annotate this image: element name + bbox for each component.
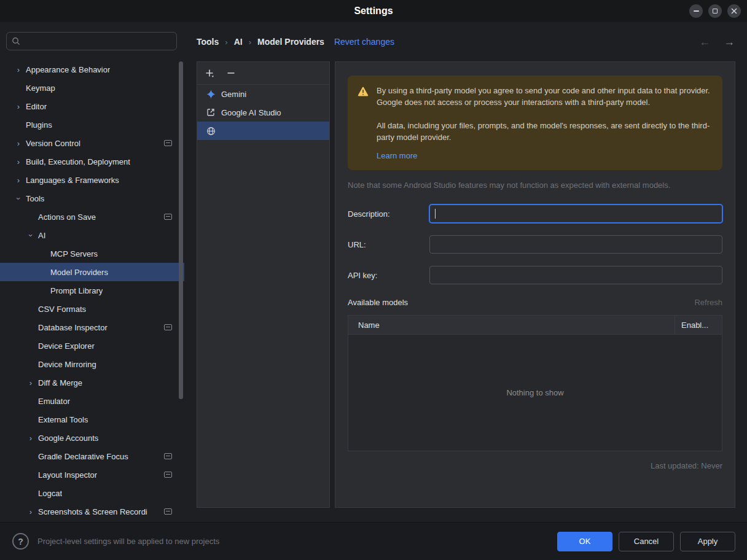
provider-item-label: Gemini: [221, 90, 246, 99]
refresh-button[interactable]: Refresh: [694, 298, 722, 307]
sidebar-item-external-tools[interactable]: External Tools: [0, 410, 184, 429]
chevron-down-icon[interactable]: ›: [14, 191, 23, 206]
sidebar-item-tools[interactable]: ›Tools: [0, 189, 184, 208]
project-level-icon: [164, 472, 172, 478]
sidebar-scrollbar[interactable]: [179, 61, 183, 399]
api-key-label: API key:: [348, 271, 429, 280]
sidebar-item-label: Database Inspector: [38, 323, 108, 332]
breadcrumb-tools[interactable]: Tools: [197, 37, 219, 47]
chevron-right-icon[interactable]: ›: [11, 65, 26, 74]
breadcrumb-model-providers[interactable]: Model Providers: [257, 37, 324, 47]
text-caret: [435, 209, 436, 219]
provider-item-google-ai-studio[interactable]: Google AI Studio: [197, 103, 329, 122]
sidebar-item-device-mirroring[interactable]: Device Mirroring: [0, 355, 184, 373]
revert-changes-link[interactable]: Revert changes: [334, 37, 394, 47]
chevron-down-icon[interactable]: ›: [26, 228, 36, 243]
provider-item-label: Google AI Studio: [221, 108, 281, 117]
warning-paragraph-2: All data, including your files, prompts,…: [377, 120, 713, 143]
gemini-icon: [206, 89, 216, 99]
minimize-button[interactable]: [689, 4, 703, 18]
cancel-button[interactable]: Cancel: [619, 532, 674, 551]
sidebar-item-editor[interactable]: ›Editor: [0, 97, 184, 115]
search-icon: [12, 37, 20, 45]
chevron-right-icon[interactable]: ›: [11, 176, 26, 185]
minus-icon: [227, 69, 235, 77]
sidebar-item-label: Prompt Library: [50, 286, 103, 295]
sidebar-item-gradle-declarative-focus[interactable]: Gradle Declarative Focus: [0, 447, 184, 465]
help-button[interactable]: ?: [12, 533, 29, 550]
sidebar-item-ai[interactable]: ›AI: [0, 226, 184, 244]
ok-button[interactable]: OK: [557, 532, 612, 551]
sidebar-item-label: Gradle Declarative Focus: [38, 452, 128, 461]
breadcrumb-separator-icon: ›: [225, 37, 227, 47]
sidebar-item-actions-on-save[interactable]: Actions on Save: [0, 208, 184, 226]
third-party-warning-banner: By using a third-party model you agree t…: [348, 76, 722, 170]
sidebar-item-label: Screenshots & Screen Recordi: [38, 507, 147, 516]
sidebar-item-label: External Tools: [38, 415, 88, 424]
sidebar-item-screenshots-screen-recordi[interactable]: ›Screenshots & Screen Recordi: [0, 502, 184, 521]
sidebar-item-csv-formats[interactable]: CSV Formats: [0, 300, 184, 318]
sidebar-item-languages-frameworks[interactable]: ›Languages & Frameworks: [0, 171, 184, 189]
sidebar-item-mcp-servers[interactable]: MCP Servers: [0, 244, 184, 263]
sidebar-item-label: Languages & Frameworks: [26, 176, 119, 185]
sidebar-item-label: Editor: [26, 102, 47, 111]
url-input[interactable]: [429, 235, 722, 254]
sidebar-item-google-accounts[interactable]: ›Google Accounts: [0, 429, 184, 447]
sidebar-item-label: Logcat: [38, 489, 62, 498]
close-button[interactable]: [727, 4, 741, 18]
chevron-right-icon[interactable]: ›: [11, 139, 26, 148]
provider-list: GeminiGoogle AI Studio: [197, 85, 329, 140]
chevron-right-icon[interactable]: ›: [23, 378, 38, 387]
titlebar: Settings: [0, 0, 747, 22]
warning-text: By using a third-party model you agree t…: [377, 85, 713, 160]
sidebar-item-model-providers[interactable]: Model Providers: [0, 263, 184, 281]
chevron-right-icon[interactable]: ›: [23, 507, 38, 516]
settings-search-input[interactable]: [6, 32, 177, 50]
sidebar-item-device-explorer[interactable]: Device Explorer: [0, 336, 184, 355]
sidebar-item-prompt-library[interactable]: Prompt Library: [0, 281, 184, 300]
sidebar-item-database-inspector[interactable]: Database Inspector: [0, 318, 184, 336]
sidebar-item-appearance-behavior[interactable]: ›Appearance & Behavior: [0, 60, 184, 79]
sidebar-item-layout-inspector[interactable]: Layout Inspector: [0, 465, 184, 484]
description-input[interactable]: [429, 204, 722, 223]
chevron-right-icon[interactable]: ›: [11, 157, 26, 166]
sidebar-item-keymap[interactable]: Keymap: [0, 79, 184, 97]
back-arrow-icon[interactable]: ←: [699, 36, 710, 49]
apply-button[interactable]: Apply: [680, 532, 735, 551]
description-label: Description:: [348, 209, 429, 219]
plus-icon: [205, 69, 214, 78]
chevron-right-icon[interactable]: ›: [23, 434, 38, 443]
sidebar-item-label: Device Explorer: [38, 341, 95, 351]
sidebar-item-label: MCP Servers: [50, 249, 98, 259]
sidebar-item-build-execution-deployment[interactable]: ›Build, Execution, Deployment: [0, 152, 184, 171]
sidebar-item-diff-merge[interactable]: ›Diff & Merge: [0, 373, 184, 392]
breadcrumb-ai[interactable]: AI: [234, 37, 243, 47]
settings-tree: ›Appearance & BehaviorKeymap›EditorPlugi…: [0, 60, 184, 521]
sidebar-item-emulator[interactable]: Emulator: [0, 392, 184, 410]
sidebar-item-plugins[interactable]: Plugins: [0, 115, 184, 134]
sidebar-item-version-control[interactable]: ›Version Control: [0, 134, 184, 152]
column-header-enabled[interactable]: Enabl...: [675, 316, 722, 334]
provider-item-new[interactable]: [197, 122, 329, 140]
sidebar-item-logcat[interactable]: Logcat: [0, 484, 184, 502]
add-provider-button[interactable]: [205, 69, 214, 78]
project-level-icon: [164, 453, 172, 459]
chevron-right-icon[interactable]: ›: [11, 102, 26, 111]
learn-more-link[interactable]: Learn more: [377, 151, 417, 160]
sidebar-item-label: Actions on Save: [38, 212, 96, 222]
maximize-button[interactable]: [708, 4, 722, 18]
models-table-header: Name Enabl...: [348, 316, 722, 335]
close-icon: [731, 8, 737, 14]
models-table: Name Enabl... Nothing to show: [348, 315, 722, 451]
provider-item-gemini[interactable]: Gemini: [197, 85, 329, 103]
api-key-input[interactable]: [429, 266, 722, 284]
column-header-name[interactable]: Name: [348, 316, 675, 334]
sidebar-item-label: CSV Formats: [38, 305, 86, 314]
sidebar-item-label: Build, Execution, Deployment: [26, 157, 130, 166]
project-level-hint: Project-level settings will be applied t…: [37, 537, 551, 546]
project-level-icon: [164, 508, 172, 515]
project-level-icon: [164, 140, 172, 146]
forward-arrow-icon[interactable]: →: [724, 36, 735, 49]
remove-provider-button[interactable]: [227, 69, 235, 77]
settings-sidebar: ›Appearance & BehaviorKeymap›EditorPlugi…: [0, 22, 184, 522]
